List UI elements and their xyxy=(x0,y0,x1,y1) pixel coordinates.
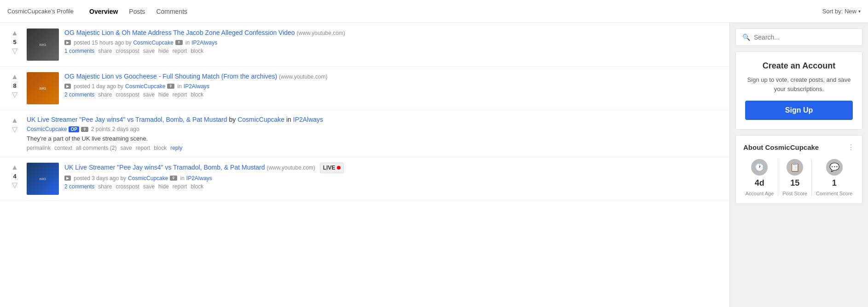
block-action[interactable]: block xyxy=(191,48,203,54)
post-sub-link[interactable]: IP2Always xyxy=(184,83,209,90)
comment-post-author[interactable]: CosmicCupcake xyxy=(237,116,284,123)
about-menu-button[interactable]: ⋮ xyxy=(847,143,855,152)
comments-link[interactable]: 1 comments xyxy=(64,48,94,54)
post-sub-link[interactable]: IP2Always xyxy=(186,175,212,182)
hide-action[interactable]: hide xyxy=(158,183,169,190)
profile-label: CosmicCupcake's Profile xyxy=(7,8,74,15)
crosspost-action[interactable]: crosspost xyxy=(116,48,139,54)
all-comments-action[interactable]: all comments (2) xyxy=(76,145,117,151)
nav-overview[interactable]: Overview xyxy=(85,6,122,17)
upvote-button[interactable]: ▲ xyxy=(10,116,19,125)
search-box: 🔍 xyxy=(735,28,862,46)
comment-post-link[interactable]: UK Live Streamer "Pee Jay wins4" vs Tram… xyxy=(27,116,227,123)
report-action[interactable]: report xyxy=(173,183,187,190)
save-action[interactable]: save xyxy=(143,91,155,98)
post-title-link[interactable]: OG Majestic Lion vs Goocheese - Full Sho… xyxy=(64,73,277,80)
post-thumbnail[interactable]: IMG xyxy=(27,72,59,104)
comments-link[interactable]: 2 comments xyxy=(64,91,94,98)
vote-count: 5 xyxy=(13,38,16,46)
block-action[interactable]: block xyxy=(191,183,203,190)
comment-post-sub[interactable]: IP2Always xyxy=(293,116,323,123)
search-input[interactable] xyxy=(754,34,856,41)
page-wrapper: CosmicCupcake's Profile Overview Posts C… xyxy=(0,0,868,307)
comments-link[interactable]: 2 comments xyxy=(64,183,94,190)
context-action[interactable]: context xyxy=(54,145,72,151)
permalink-action[interactable]: permalink xyxy=(27,145,51,151)
video-icon: ▶ xyxy=(64,84,71,89)
post-author-link[interactable]: CosmicCupcake xyxy=(125,83,165,90)
report-action[interactable]: report xyxy=(173,91,187,98)
post-title-link[interactable]: OG Majestic Lion & Oh Mate Address The J… xyxy=(64,29,295,36)
nav-posts[interactable]: Posts xyxy=(124,6,150,17)
post-score-stat: 📋 15 Post Score xyxy=(782,159,807,196)
upvote-button[interactable]: ▲ xyxy=(10,72,19,81)
about-card-title: About CosmicCupcake xyxy=(743,143,819,151)
post-sub-link[interactable]: IP2Always xyxy=(191,40,217,46)
comment-link-line: UK Live Streamer "Pee Jay wins4" vs Tram… xyxy=(27,116,722,123)
downvote-button[interactable]: ▽ xyxy=(11,46,18,56)
comment-item: ▲ ▽ UK Live Streamer "Pee Jay wins4" vs … xyxy=(0,110,729,157)
comment-score-label: Comment Score xyxy=(816,191,852,196)
account-age-label: Account Age xyxy=(745,191,774,196)
content-area: ▲ 5 ▽ IMG OG Majestic Lion & Oh Mate Add… xyxy=(0,23,730,307)
upvote-button[interactable]: ▲ xyxy=(10,163,19,172)
create-account-card: Create an Account Sign up to vote, creat… xyxy=(735,51,862,130)
share-action[interactable]: share xyxy=(98,183,112,190)
header-nav: Overview Posts Comments xyxy=(85,6,192,17)
post-title: UK Live Streamer "Pee Jay wins4" vs Tram… xyxy=(64,163,722,173)
nav-comments[interactable]: Comments xyxy=(151,6,192,17)
stat-separator xyxy=(811,159,812,196)
search-icon: 🔍 xyxy=(742,34,750,41)
sort-dropdown[interactable]: Sort by: New ▾ xyxy=(822,8,861,15)
account-age-value: 4d xyxy=(755,178,764,188)
downvote-button[interactable]: ▽ xyxy=(11,181,18,190)
crosspost-action[interactable]: crosspost xyxy=(116,91,139,98)
in-label: in xyxy=(286,116,291,123)
hide-action[interactable]: hide xyxy=(158,91,169,98)
block-action[interactable]: block xyxy=(154,145,167,151)
post-time: posted 1 day ago by xyxy=(74,83,123,90)
post-actions: 1 comments share crosspost save hide rep… xyxy=(64,48,722,54)
save-action[interactable]: save xyxy=(143,48,155,54)
share-action[interactable]: share xyxy=(98,48,112,54)
post-time: posted 15 hours ago by xyxy=(74,40,131,46)
by-label: by xyxy=(229,116,236,123)
stat-separator xyxy=(778,159,778,196)
crosspost-action[interactable]: crosspost xyxy=(116,183,139,190)
create-account-description: Sign up to vote, create posts, and save … xyxy=(745,75,853,93)
share-action[interactable]: share xyxy=(98,91,112,98)
microphone-icon: 🎙 xyxy=(170,176,177,181)
comment-score-stat: 💬 1 Comment Score xyxy=(816,159,852,196)
post-title-link[interactable]: UK Live Streamer "Pee Jay wins4" vs Tram… xyxy=(64,164,265,171)
post-domain: (www.youtube.com) xyxy=(266,165,315,171)
in-label: in xyxy=(185,40,190,46)
report-action[interactable]: report xyxy=(173,48,187,54)
live-label: LIVE xyxy=(323,164,336,172)
microphone-icon: 🎙 xyxy=(167,84,174,89)
live-dot-icon xyxy=(337,166,341,170)
commenter-link[interactable]: CosmicCupcake xyxy=(27,126,67,132)
post-author-link[interactable]: CosmicCupcake xyxy=(133,40,173,46)
post-thumbnail[interactable]: IMG xyxy=(27,28,59,61)
vote-count: 8 xyxy=(13,81,16,90)
post-author-link[interactable]: CosmicCupcake xyxy=(128,175,168,182)
report-action[interactable]: report xyxy=(136,145,150,151)
hide-action[interactable]: hide xyxy=(158,48,169,54)
save-action[interactable]: save xyxy=(120,145,132,151)
about-card: About CosmicCupcake ⋮ 🕐 4d Account Age 📋… xyxy=(735,135,862,204)
signup-button[interactable]: Sign Up xyxy=(745,101,853,120)
downvote-button[interactable]: ▽ xyxy=(11,125,18,134)
in-label: in xyxy=(177,83,181,90)
comment-score-icon: 💬 xyxy=(826,159,843,176)
post-score-icon: 📋 xyxy=(787,159,803,176)
downvote-button[interactable]: ▽ xyxy=(11,90,18,99)
reply-action[interactable]: reply xyxy=(170,145,182,151)
block-action[interactable]: block xyxy=(191,91,203,98)
post-actions: 2 comments share crosspost save hide rep… xyxy=(64,183,722,190)
post-content: OG Majestic Lion vs Goocheese - Full Sho… xyxy=(64,72,722,98)
upvote-button[interactable]: ▲ xyxy=(10,28,19,38)
post-domain: (www.youtube.com) xyxy=(279,74,327,80)
save-action[interactable]: save xyxy=(143,183,155,190)
post-thumbnail[interactable]: IMG xyxy=(27,163,59,195)
vote-controls: ▲ 4 ▽ xyxy=(7,163,22,190)
